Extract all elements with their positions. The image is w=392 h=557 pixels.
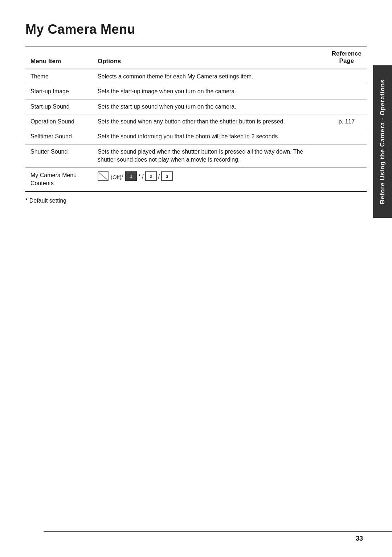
icon-3: 3 (161, 171, 173, 183)
slash-sep-1: / (142, 174, 143, 180)
table-row: Theme Selects a common theme for each My… (25, 69, 367, 84)
bottom-line (44, 531, 392, 532)
options-theme: Selects a common theme for each My Camer… (93, 69, 327, 84)
menu-item-startup-sound: Start-up Sound (25, 99, 93, 114)
page-title: My Camera Menu (25, 22, 367, 37)
col-header-menu-item: Menu Item (25, 46, 93, 69)
menu-item-theme: Theme (25, 69, 93, 84)
reference-startup-image (327, 84, 367, 99)
contents-icons: (Off)/ 1 * / (98, 171, 322, 183)
reference-contents (327, 167, 367, 191)
menu-item-shutter-sound: Shutter Sound (25, 144, 93, 167)
svg-text:1: 1 (130, 174, 132, 179)
slash-sep-2: / (158, 174, 160, 180)
options-contents: (Off)/ 1 * / (93, 167, 327, 191)
menu-item-operation-sound: Operation Sound (25, 114, 93, 129)
main-table: Menu Item Options ReferencePage Theme Se… (25, 46, 367, 192)
options-selftimer-sound: Sets the sound informing you that the ph… (93, 129, 327, 144)
table-row-contents: My Camera MenuContents (Off)/ (25, 167, 367, 191)
reference-shutter-sound (327, 144, 367, 167)
table-row: Selftimer Sound Sets the sound informing… (25, 129, 367, 144)
side-tab: Before Using the Camera - Operations (373, 65, 392, 218)
page-container: My Camera Menu Menu Item Options Referen… (0, 0, 392, 557)
col-header-options: Options (93, 46, 327, 69)
options-shutter-sound: Sets the sound played when the shutter b… (93, 144, 327, 167)
icon-2: 2 (145, 171, 157, 183)
options-operation-sound: Sets the sound when any button other tha… (93, 114, 327, 129)
slash-1: * (138, 174, 140, 180)
reference-theme (327, 69, 367, 84)
svg-text:2: 2 (150, 174, 152, 179)
col-header-reference: ReferencePage (327, 46, 367, 69)
menu-item-startup-image: Start-up Image (25, 84, 93, 99)
side-tab-text: Before Using the Camera - Operations (379, 79, 387, 204)
table-row: Start-up Image Sets the start-up image w… (25, 84, 367, 99)
reference-startup-sound (327, 99, 367, 114)
menu-item-contents: My Camera MenuContents (25, 167, 93, 191)
off-label: (Off)/ (111, 174, 123, 180)
reference-selftimer-sound (327, 129, 367, 144)
icon-off (98, 171, 109, 183)
table-row: Start-up Sound Sets the start-up sound w… (25, 99, 367, 114)
icon-1: 1 (125, 171, 137, 183)
options-startup-image: Sets the start-up image when you turn on… (93, 84, 327, 99)
options-startup-sound: Sets the start-up sound when you turn on… (93, 99, 327, 114)
menu-item-selftimer-sound: Selftimer Sound (25, 129, 93, 144)
page-number: 33 (356, 535, 363, 542)
reference-operation-sound: p. 117 (327, 114, 367, 129)
default-setting-label: * Default setting (25, 198, 367, 204)
table-header-row: Menu Item Options ReferencePage (25, 46, 367, 69)
svg-text:3: 3 (166, 174, 168, 179)
table-row: Shutter Sound Sets the sound played when… (25, 144, 367, 167)
table-row: Operation Sound Sets the sound when any … (25, 114, 367, 129)
